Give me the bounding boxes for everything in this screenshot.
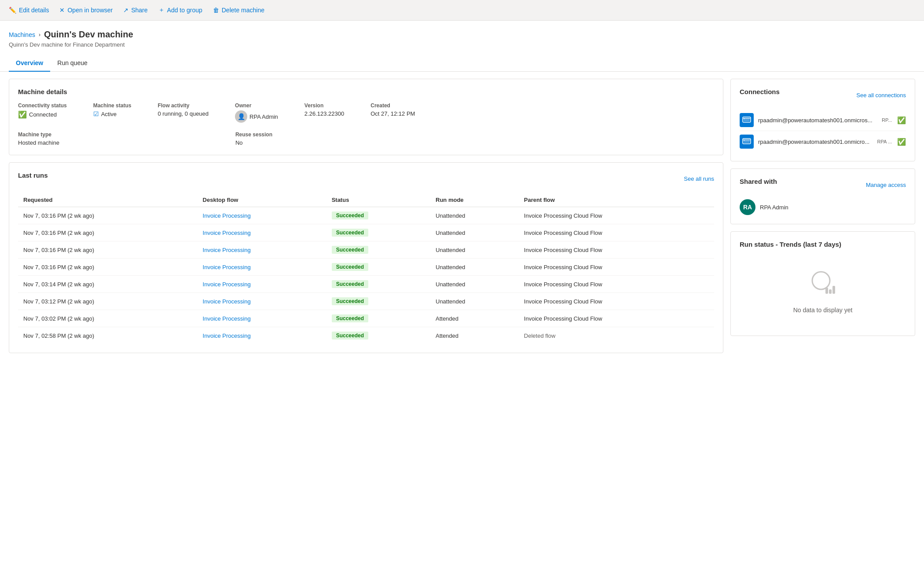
connection-status-icon: ✅ — [897, 138, 906, 146]
cell-parent-flow[interactable]: Invoice Processing Cloud Flow — [519, 259, 714, 276]
shared-with-header: Shared with Manage access — [740, 178, 906, 192]
cell-desktop-flow[interactable]: Invoice Processing — [198, 224, 326, 241]
version: Version 2.26.123.22300 — [304, 102, 344, 123]
cell-parent-flow[interactable]: Invoice Processing Cloud Flow — [519, 224, 714, 241]
connected-icon: ✅ — [18, 110, 27, 119]
reuse-session: Reuse session No — [235, 131, 272, 146]
machine-status-value: ☑ Active — [93, 110, 132, 117]
left-panel: Machine details Connectivity status ✅ Co… — [9, 79, 723, 353]
reuse-session-label: Reuse session — [235, 131, 272, 138]
owner-value: 👤 RPA Admin — [235, 110, 278, 123]
trends-empty: No data to display yet — [740, 255, 906, 327]
manage-access-link[interactable]: Manage access — [866, 182, 906, 188]
cell-run-mode: Unattended — [430, 259, 519, 276]
machine-details-card: Machine details Connectivity status ✅ Co… — [9, 79, 723, 155]
svg-point-2 — [744, 118, 744, 119]
cell-status: Succeeded — [326, 207, 430, 224]
connection-badge: RPA ... — [877, 139, 892, 144]
cell-desktop-flow[interactable]: Invoice Processing — [198, 207, 326, 224]
col-requested: Requested — [18, 193, 198, 207]
share-button[interactable]: ↗ Share — [123, 5, 147, 15]
delete-machine-button[interactable]: 🗑 Delete machine — [213, 5, 264, 15]
table-row: Nov 7, 03:16 PM (2 wk ago) Invoice Proce… — [18, 207, 714, 224]
cell-status: Succeeded — [326, 241, 430, 259]
avatar-name: RPA Admin — [760, 204, 788, 211]
cell-desktop-flow[interactable]: Invoice Processing — [198, 310, 326, 327]
cell-run-mode: Unattended — [430, 207, 519, 224]
table-row: Nov 7, 02:58 PM (2 wk ago) Invoice Proce… — [18, 327, 714, 344]
cell-desktop-flow[interactable]: Invoice Processing — [198, 327, 326, 344]
svg-rect-7 — [825, 288, 828, 294]
add-icon: ＋ — [158, 6, 165, 14]
table-header-row: Requested Desktop flow Status Run mode P… — [18, 193, 714, 207]
cell-requested: Nov 7, 03:12 PM (2 wk ago) — [18, 293, 198, 310]
machine-details-row1: Connectivity status ✅ Connected Machine … — [18, 102, 714, 123]
see-all-connections-link[interactable]: See all connections — [856, 92, 906, 99]
version-value: 2.26.123.22300 — [304, 110, 344, 117]
cell-requested: Nov 7, 03:16 PM (2 wk ago) — [18, 224, 198, 241]
table-row: Nov 7, 03:12 PM (2 wk ago) Invoice Proce… — [18, 293, 714, 310]
cell-parent-flow[interactable]: Invoice Processing Cloud Flow — [519, 293, 714, 310]
cell-run-mode: Unattended — [430, 224, 519, 241]
tabs: Overview Run queue — [0, 55, 924, 72]
cell-status: Succeeded — [326, 327, 430, 344]
machine-type-value: Hosted machine — [18, 139, 59, 146]
cell-parent-flow[interactable]: Invoice Processing Cloud Flow — [519, 276, 714, 293]
cell-parent-flow[interactable]: Invoice Processing Cloud Flow — [519, 207, 714, 224]
cell-desktop-flow[interactable]: Invoice Processing — [198, 276, 326, 293]
flow-activity-value: 0 running, 0 queued — [158, 110, 209, 117]
share-label: Share — [131, 7, 147, 14]
cell-run-mode: Attended — [430, 310, 519, 327]
right-panel: Connections See all connections rpaadmin… — [730, 79, 915, 353]
connectivity-value: ✅ Connected — [18, 110, 67, 119]
connections-header: Connections See all connections — [740, 88, 906, 102]
machine-details-title: Machine details — [18, 88, 714, 95]
open-browser-icon: ✕ — [59, 7, 65, 14]
machine-type: Machine type Hosted machine — [18, 131, 59, 146]
cell-status: Succeeded — [326, 310, 430, 327]
cell-desktop-flow[interactable]: Invoice Processing — [198, 259, 326, 276]
tab-run-queue[interactable]: Run queue — [50, 55, 95, 72]
breadcrumb-parent[interactable]: Machines — [9, 31, 35, 38]
connection-icon — [740, 135, 754, 149]
owner-avatar: 👤 — [235, 110, 247, 123]
svg-rect-8 — [829, 289, 832, 294]
cell-run-mode: Unattended — [430, 276, 519, 293]
machine-status-label: Machine status — [93, 102, 132, 109]
add-to-group-button[interactable]: ＋ Add to group — [158, 4, 202, 16]
machine-type-label: Machine type — [18, 131, 59, 138]
svg-rect-9 — [832, 286, 835, 294]
col-desktop-flow: Desktop flow — [198, 193, 326, 207]
cell-status: Succeeded — [326, 259, 430, 276]
run-status-card: Run status - Trends (last 7 days) No dat… — [730, 231, 915, 336]
toolbar: ✏️ Edit details ✕ Open in browser ↗ Shar… — [0, 0, 924, 21]
connections-list: rpaadmin@powerautomatesh001.onmicros... … — [740, 110, 906, 152]
share-icon: ↗ — [123, 7, 128, 14]
col-run-mode: Run mode — [430, 193, 519, 207]
see-all-runs-link[interactable]: See all runs — [684, 175, 714, 182]
shared-user: RA RPA Admin — [740, 199, 906, 215]
connection-email: rpaadmin@powerautomatesh001.onmicros... — [758, 117, 878, 124]
avatar: RA — [740, 199, 755, 215]
delete-label: Delete machine — [222, 7, 264, 14]
table-row: Nov 7, 03:16 PM (2 wk ago) Invoice Proce… — [18, 241, 714, 259]
cell-desktop-flow[interactable]: Invoice Processing — [198, 293, 326, 310]
cell-desktop-flow[interactable]: Invoice Processing — [198, 241, 326, 259]
table-row: Nov 7, 03:16 PM (2 wk ago) Invoice Proce… — [18, 259, 714, 276]
connection-item: rpaadmin@powerautomatesh001.onmicros... … — [740, 110, 906, 131]
trends-empty-icon — [809, 268, 837, 301]
run-status-title: Run status - Trends (last 7 days) — [740, 241, 906, 248]
last-runs-header: Last runs See all runs — [18, 172, 714, 186]
open-browser-button[interactable]: ✕ Open in browser — [59, 5, 113, 15]
table-row: Nov 7, 03:02 PM (2 wk ago) Invoice Proce… — [18, 310, 714, 327]
trends-empty-text: No data to display yet — [793, 307, 853, 314]
cell-parent-flow[interactable]: Invoice Processing Cloud Flow — [519, 310, 714, 327]
connectivity-status: Connectivity status ✅ Connected — [18, 102, 67, 123]
edit-details-button[interactable]: ✏️ Edit details — [9, 5, 49, 15]
breadcrumb: Machines › Quinn's Dev machine — [9, 29, 915, 40]
machine-status: Machine status ☑ Active — [93, 102, 132, 123]
cell-parent-flow[interactable]: Invoice Processing Cloud Flow — [519, 241, 714, 259]
col-status: Status — [326, 193, 430, 207]
last-runs-title: Last runs — [18, 172, 48, 179]
tab-overview[interactable]: Overview — [9, 55, 50, 72]
